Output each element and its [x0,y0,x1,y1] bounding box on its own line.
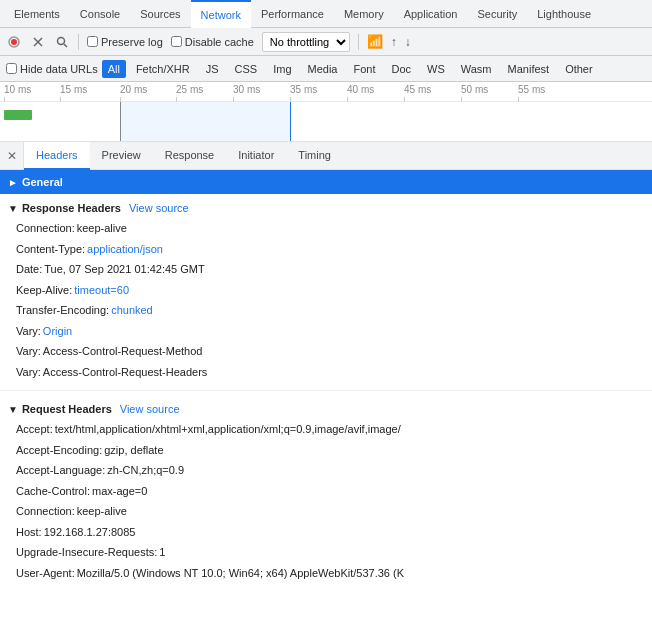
req-header-cache-control: Cache-Control: max-age=0 [0,481,652,502]
svg-point-1 [11,39,17,45]
disable-cache-checkbox[interactable]: Disable cache [171,36,254,48]
response-headers-section: ▼ Response Headers View source Connectio… [0,194,652,386]
separator2 [358,34,359,50]
tick-25ms: 25 ms [176,84,203,95]
tick-45ms: 45 ms [404,84,431,95]
wifi-icon: 📶 [367,34,383,49]
response-view-source-link[interactable]: View source [129,202,189,214]
req-header-accept: Accept: text/html,application/xhtml+xml,… [0,419,652,440]
top-tab-bar: Elements Console Sources Network Perform… [0,0,652,28]
filter-manifest-btn[interactable]: Manifest [502,60,556,78]
waterfall [0,102,652,141]
resp-header-content-type: Content-Type: application/json [0,239,652,260]
import-icon[interactable]: ↑ [391,35,397,49]
tab-sources[interactable]: Sources [130,0,190,28]
tick-30ms: 30 ms [233,84,260,95]
tick-40ms: 40 ms [347,84,374,95]
waterfall-bar-1 [4,110,32,120]
filter-wasm-btn[interactable]: Wasm [455,60,498,78]
resp-header-connection: Connection: keep-alive [0,218,652,239]
filter-fetch-btn[interactable]: Fetch/XHR [130,60,196,78]
request-headers-section: ▼ Request Headers View source Accept: te… [0,395,652,587]
req-header-user-agent: User-Agent: Mozilla/5.0 (Windows NT 10.0… [0,563,652,584]
clear-icon[interactable] [30,34,46,50]
search-icon[interactable] [54,34,70,50]
filter-js-btn[interactable]: JS [200,60,225,78]
hide-data-urls-checkbox[interactable]: Hide data URLs [6,63,98,75]
req-header-upgrade-insecure: Upgrade-Insecure-Requests: 1 [0,542,652,563]
tab-security[interactable]: Security [467,0,527,28]
resp-header-transfer-encoding: Transfer-Encoding: chunked [0,300,652,321]
filter-bar: Hide data URLs All Fetch/XHR JS CSS Img … [0,56,652,82]
tick-50ms: 50 ms [461,84,488,95]
filter-font-btn[interactable]: Font [347,60,381,78]
tab-performance[interactable]: Performance [251,0,334,28]
general-arrow-icon: ► [8,177,18,188]
resp-header-vary-acr-headers: Vary: Access-Control-Request-Headers [0,362,652,383]
svg-point-4 [58,37,65,44]
general-section-header[interactable]: ► General [0,170,652,194]
svg-line-5 [64,44,67,47]
filter-img-btn[interactable]: Img [267,60,297,78]
tick-15ms: 15 ms [60,84,87,95]
request-headers-title[interactable]: ▼ Request Headers View source [0,399,652,419]
filter-other-btn[interactable]: Other [559,60,599,78]
detail-tabs-bar: ✕ Headers Preview Response Initiator Tim… [0,142,652,170]
req-header-host: Host: 192.168.1.27:8085 [0,522,652,543]
record-icon[interactable] [6,34,22,50]
resp-header-date: Date: Tue, 07 Sep 2021 01:42:45 GMT [0,259,652,280]
resp-header-keep-alive: Keep-Alive: timeout=60 [0,280,652,301]
network-toolbar: Preserve log Disable cache No throttling… [0,28,652,56]
detail-panel: ✕ Headers Preview Response Initiator Tim… [0,142,652,632]
highlight-region [120,102,290,141]
resp-header-vary-acr-method: Vary: Access-Control-Request-Method [0,341,652,362]
resp-header-vary-origin: Vary: Origin [0,321,652,342]
response-headers-title[interactable]: ▼ Response Headers View source [0,198,652,218]
tab-application[interactable]: Application [394,0,468,28]
filter-doc-btn[interactable]: Doc [385,60,417,78]
preserve-log-checkbox[interactable]: Preserve log [87,36,163,48]
timeline-area: 10 ms 15 ms 20 ms 25 ms 30 ms 35 ms 40 m… [0,82,652,142]
filter-css-btn[interactable]: CSS [229,60,264,78]
throttle-select[interactable]: No throttling [262,32,350,52]
tab-network[interactable]: Network [191,0,251,28]
tab-elements[interactable]: Elements [4,0,70,28]
tab-initiator[interactable]: Initiator [226,142,286,170]
headers-content: ► General ▼ Response Headers View source… [0,170,652,632]
close-panel-btn[interactable]: ✕ [0,142,24,170]
tick-10ms: 10 ms [4,84,31,95]
tab-headers[interactable]: Headers [24,142,90,170]
tab-timing[interactable]: Timing [286,142,343,170]
filter-ws-btn[interactable]: WS [421,60,451,78]
filter-media-btn[interactable]: Media [302,60,344,78]
request-arrow-icon: ▼ [8,404,18,415]
cursor-35ms [290,102,291,141]
request-view-source-link[interactable]: View source [120,403,180,415]
tick-35ms: 35 ms [290,84,317,95]
tick-20ms: 20 ms [120,84,147,95]
req-header-accept-language: Accept-Language: zh-CN,zh;q=0.9 [0,460,652,481]
filter-all-btn[interactable]: All [102,60,126,78]
tab-lighthouse[interactable]: Lighthouse [527,0,601,28]
req-header-accept-encoding: Accept-Encoding: gzip, deflate [0,440,652,461]
tab-console[interactable]: Console [70,0,130,28]
tab-preview[interactable]: Preview [90,142,153,170]
separator [78,34,79,50]
tick-55ms: 55 ms [518,84,545,95]
divider [0,390,652,391]
tab-response[interactable]: Response [153,142,227,170]
response-arrow-icon: ▼ [8,203,18,214]
tab-memory[interactable]: Memory [334,0,394,28]
timeline-ruler: 10 ms 15 ms 20 ms 25 ms 30 ms 35 ms 40 m… [0,82,652,102]
export-icon[interactable]: ↓ [405,35,411,49]
req-header-connection: Connection: keep-alive [0,501,652,522]
